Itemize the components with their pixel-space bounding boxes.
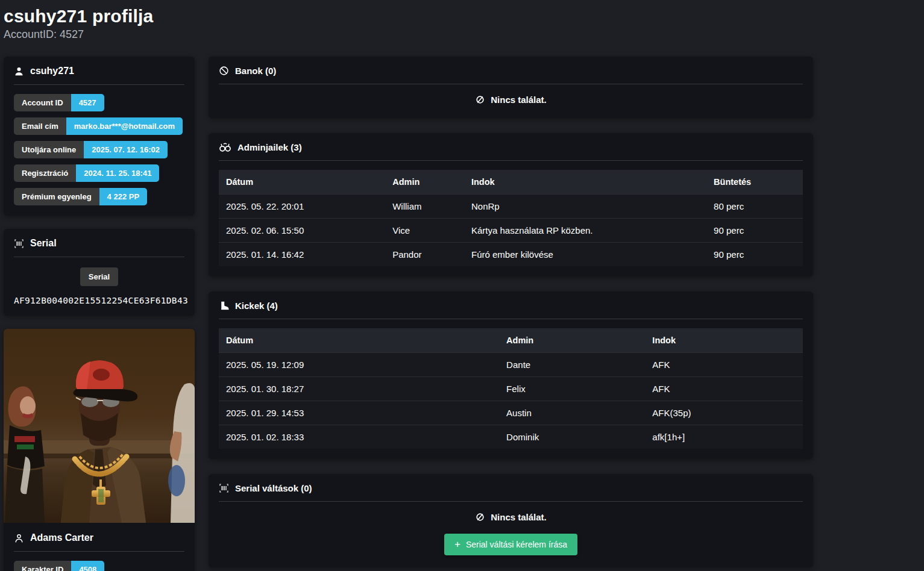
chip-last-online: Utoljára online 2025. 07. 12. 16:02 (14, 141, 168, 158)
serial-card-title: Serial (30, 238, 57, 249)
cell-indok: AFK (645, 353, 803, 377)
barcode-icon (219, 483, 229, 493)
cell-admin: Felix (499, 377, 645, 401)
serial-changes-empty-state: Nincs találat. (219, 512, 803, 522)
account-card: csuhy271 Account ID 4527 Email cím marko… (4, 57, 195, 216)
cell-datum: 2025. 01. 02. 18:33 (219, 425, 499, 449)
cell-indok: AFK(35p) (645, 401, 803, 425)
adminjails-card: Adminjailek (3) Dátum Admin Indok Büntet… (209, 133, 813, 276)
cell-datum: 2025. 05. 19. 12:09 (219, 353, 499, 377)
adminjails-title: Adminjailek (3) (237, 142, 302, 152)
plus-icon: + (454, 540, 460, 549)
chip-account-id: Account ID 4527 (14, 94, 104, 111)
barcode-icon (14, 239, 24, 249)
divider (219, 160, 803, 161)
kicks-table-header: Dátum Admin Indok (219, 328, 803, 353)
cell-admin: Dante (499, 353, 645, 377)
adminjails-header: Adminjailek (3) (219, 142, 803, 152)
cell-datum: 2025. 01. 29. 14:53 (219, 401, 499, 425)
serial-card: Serial Serial AF912B004002E15512254CE63F… (4, 229, 195, 316)
bans-empty-state: Nincs találat. (219, 95, 803, 105)
account-chips: Account ID 4527 Email cím marko.bar***@h… (14, 94, 184, 205)
cell-buntetes: 80 perc (706, 195, 803, 219)
chip-character-id: Karakter ID 4508 (14, 561, 104, 571)
chip-value: 2024. 11. 25. 18:41 (76, 164, 159, 182)
adminjail-row: 2025. 01. 14. 16:42 Pandor Fúró ember ki… (219, 243, 803, 267)
cell-buntetes: 90 perc (706, 219, 803, 243)
account-id-subtitle: AccountID: 4527 (4, 28, 924, 41)
cell-indok: afk[1h+] (645, 425, 803, 449)
bans-header: Banok (0) (219, 66, 803, 76)
bans-card: Banok (0) Nincs találat. (209, 57, 813, 118)
kick-row: 2025. 01. 30. 18:27 Felix AFK (219, 377, 803, 401)
kicks-card: Kickek (4) Dátum Admin Indok (209, 292, 813, 459)
col-indok: Indok (464, 170, 706, 195)
ban-icon (219, 66, 229, 76)
sidebar: csuhy271 Account ID 4527 Email cím marko… (4, 57, 195, 571)
adminjails-table-body: 2025. 05. 22. 20:01 William NonRp 80 per… (219, 195, 803, 267)
divider (219, 501, 803, 502)
chip-value: 4508 (71, 561, 104, 571)
boot-icon (219, 301, 229, 311)
serial-changes-empty-text: Nincs találat. (491, 512, 547, 522)
divider (14, 257, 184, 257)
profile-page: csuhy271 profilja AccountID: 4527 csuhy2… (0, 0, 924, 571)
account-card-header: csuhy271 (14, 66, 184, 76)
bans-title: Banok (0) (235, 66, 276, 76)
kick-row: 2025. 01. 02. 18:33 Dominik afk[1h+] (219, 425, 803, 449)
character-card: Adams Carter Karakter ID 4508 Játszott p… (4, 329, 195, 571)
bans-empty-text: Nincs találat. (491, 95, 547, 105)
no-results-icon (475, 95, 485, 105)
person-outline-icon (14, 533, 24, 543)
serial-changes-card: Serial váltások (0) Nincs találat. + Ser… (209, 474, 813, 567)
chip-value: 4 222 PP (99, 188, 148, 205)
character-image (4, 329, 195, 523)
kicks-table: Dátum Admin Indok 2025. 05. 19. 12:09 Da… (219, 328, 803, 449)
col-admin: Admin (499, 328, 645, 353)
character-name: Adams Carter (30, 532, 93, 543)
col-buntetes: Büntetés (706, 170, 803, 195)
chip-value: 4527 (71, 94, 104, 111)
chip-value: marko.bar***@hotmail.com (66, 117, 183, 135)
cell-admin: Pandor (385, 243, 464, 267)
serial-changes-title: Serial váltások (0) (235, 483, 312, 493)
chip-label: Email cím (14, 117, 66, 135)
divider (219, 319, 803, 319)
kick-row: 2025. 05. 19. 12:09 Dante AFK (219, 353, 803, 377)
chip-registration: Regisztráció 2024. 11. 25. 18:41 (14, 164, 159, 182)
user-icon (14, 66, 24, 76)
cell-datum: 2025. 05. 22. 20:01 (219, 195, 385, 219)
cell-indok: Fúró ember kilövése (464, 243, 706, 267)
divider (219, 84, 803, 84)
handcuffs-icon (219, 142, 231, 152)
serial-changes-header: Serial váltások (0) (219, 483, 803, 493)
divider (14, 84, 184, 85)
serial-code: AF912B004002E15512254CE63F61DB43 (14, 296, 184, 305)
kick-row: 2025. 01. 29. 14:53 Austin AFK(35p) (219, 401, 803, 425)
no-results-icon (475, 512, 485, 522)
chip-value: 2025. 07. 12. 16:02 (84, 141, 168, 158)
chip-label: Utoljára online (14, 141, 84, 158)
kicks-title: Kickek (4) (235, 301, 278, 311)
chip-email: Email cím marko.bar***@hotmail.com (14, 117, 183, 135)
chip-label: Karakter ID (14, 561, 71, 571)
col-datum: Dátum (219, 328, 499, 353)
serial-change-request-button[interactable]: + Serial váltási kérelem írása (444, 534, 577, 555)
serial-card-header: Serial (14, 238, 184, 249)
chip-label: Regisztráció (14, 164, 76, 182)
adminjail-row: 2025. 05. 22. 20:01 William NonRp 80 per… (219, 195, 803, 219)
chip-label: Account ID (14, 94, 71, 111)
cell-admin: Dominik (499, 425, 645, 449)
kicks-header: Kickek (4) (219, 301, 803, 311)
cell-datum: 2025. 02. 06. 15:50 (219, 219, 385, 243)
kicks-table-body: 2025. 05. 19. 12:09 Dante AFK 2025. 01. … (219, 353, 803, 449)
cell-admin: Austin (499, 401, 645, 425)
serial-badge-wrap: Serial (14, 267, 184, 286)
col-datum: Dátum (219, 170, 385, 195)
adminjails-table: Dátum Admin Indok Büntetés 2025. 05. 22.… (219, 170, 803, 266)
cell-datum: 2025. 01. 30. 18:27 (219, 377, 499, 401)
cell-indok: NonRp (464, 195, 706, 219)
cell-admin: Vice (385, 219, 464, 243)
col-admin: Admin (385, 170, 464, 195)
serial-badge: Serial (80, 267, 118, 286)
